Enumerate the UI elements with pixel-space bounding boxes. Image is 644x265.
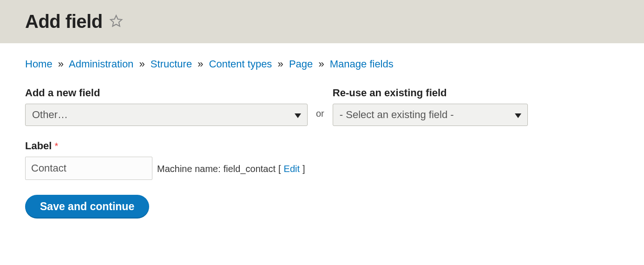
content-area: Home » Administration » Structure » Cont… [0, 43, 644, 237]
field-type-row: Add a new field Other… or Re-use an exis… [25, 87, 619, 126]
star-outline-icon[interactable] [109, 14, 123, 30]
breadcrumb-manage-fields[interactable]: Manage fields [330, 58, 394, 70]
reuse-existing-field-group: Re-use an existing field - Select an exi… [333, 87, 528, 126]
label-input[interactable] [25, 157, 152, 180]
breadcrumb-separator: » [197, 58, 203, 70]
breadcrumb-structure[interactable]: Structure [151, 58, 192, 70]
breadcrumb-home[interactable]: Home [25, 58, 53, 70]
machine-name-edit-link[interactable]: Edit [284, 164, 300, 174]
add-new-field-label: Add a new field [25, 87, 308, 99]
page-title: Add field [25, 11, 103, 32]
machine-name-value: field_contact [223, 164, 276, 174]
add-new-field-group: Add a new field Other… [25, 87, 308, 126]
reuse-existing-field-select[interactable]: - Select an existing field - [333, 104, 528, 126]
breadcrumb-page[interactable]: Page [289, 58, 313, 70]
chevron-down-icon [295, 109, 301, 121]
label-row: Label * Machine name: field_contact [Edi… [25, 140, 619, 180]
reuse-existing-field-label: Re-use an existing field [333, 87, 528, 99]
machine-name-block: Machine name: field_contact [Edit] [157, 164, 305, 174]
machine-name-prefix: Machine name: [157, 164, 221, 174]
add-new-field-selected: Other… [32, 109, 68, 121]
chevron-down-icon [515, 109, 521, 121]
save-and-continue-button[interactable]: Save and continue [25, 195, 149, 219]
bracket-open: [ [278, 164, 281, 174]
breadcrumb: Home » Administration » Structure » Cont… [25, 58, 619, 70]
breadcrumb-separator: » [139, 58, 145, 70]
required-indicator: * [55, 141, 59, 151]
page-header: Add field [0, 0, 644, 43]
or-separator: or [316, 108, 324, 119]
label-field-text: Label [25, 140, 52, 152]
breadcrumb-content-types[interactable]: Content types [209, 58, 272, 70]
breadcrumb-separator: » [58, 58, 64, 70]
breadcrumb-administration[interactable]: Administration [69, 58, 133, 70]
add-new-field-select[interactable]: Other… [25, 104, 308, 126]
breadcrumb-separator: » [318, 58, 324, 70]
breadcrumb-separator: » [278, 58, 283, 70]
label-field-title: Label * [25, 140, 152, 152]
reuse-existing-field-selected: - Select an existing field - [340, 109, 454, 121]
label-block: Label * [25, 140, 152, 180]
bracket-close: ] [302, 164, 305, 174]
